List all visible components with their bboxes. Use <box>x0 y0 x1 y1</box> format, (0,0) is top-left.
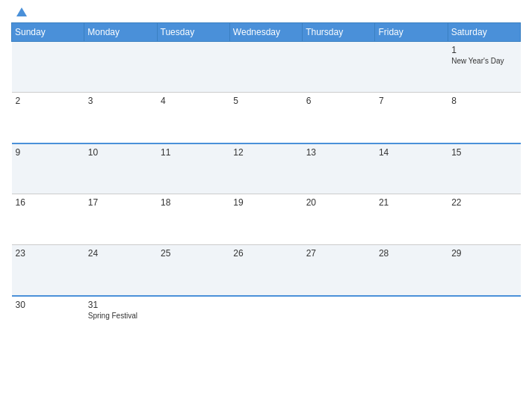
day-number: 19 <box>233 197 298 208</box>
calendar-cell <box>229 296 302 347</box>
calendar-cell: 7 <box>375 93 448 143</box>
calendar-cell: 27 <box>303 245 375 296</box>
day-number: 27 <box>306 248 371 259</box>
calendar-cell <box>303 296 375 347</box>
calendar-cell: 5 <box>229 93 302 143</box>
day-number: 28 <box>379 248 444 259</box>
day-number: 24 <box>88 248 153 259</box>
weekday-header-saturday: Saturday <box>448 23 520 42</box>
calendar-header <box>11 7 521 16</box>
calendar-cell: 31Spring Festival <box>84 296 157 347</box>
calendar-cell: 9 <box>12 143 84 194</box>
calendar-cell: 23 <box>12 245 84 296</box>
logo <box>15 7 27 16</box>
day-number: 1 <box>451 45 516 55</box>
calendar-cell <box>84 42 157 93</box>
day-number: 17 <box>88 197 153 208</box>
calendar-week-row: 3031Spring Festival <box>12 296 521 347</box>
calendar-cell: 11 <box>157 143 229 194</box>
calendar-cell <box>303 42 375 93</box>
day-number: 16 <box>16 197 81 208</box>
calendar-cell <box>157 42 229 93</box>
calendar-cell: 17 <box>84 194 157 245</box>
day-number: 9 <box>16 147 81 158</box>
calendar-cell: 25 <box>157 245 229 296</box>
calendar-cell <box>448 296 520 347</box>
calendar-cell: 4 <box>157 93 229 143</box>
calendar-cell <box>375 42 448 93</box>
day-number: 21 <box>379 197 444 208</box>
logo-triangle-icon <box>16 7 27 16</box>
weekday-header-sunday: Sunday <box>12 23 84 42</box>
calendar-cell: 15 <box>448 143 520 194</box>
calendar-week-row: 2345678 <box>12 93 521 143</box>
event-name: New Year's Day <box>451 57 516 65</box>
calendar-week-row: 23242526272829 <box>12 245 521 296</box>
calendar-cell: 24 <box>84 245 157 296</box>
calendar-cell: 29 <box>448 245 520 296</box>
day-number: 4 <box>161 96 226 106</box>
calendar-cell: 13 <box>303 143 375 194</box>
day-number: 18 <box>161 197 226 208</box>
weekday-header-friday: Friday <box>375 23 448 42</box>
day-number: 7 <box>379 96 444 106</box>
day-number: 10 <box>88 147 153 158</box>
calendar-cell <box>375 296 448 347</box>
day-number: 5 <box>233 96 298 106</box>
weekday-header-tuesday: Tuesday <box>157 23 229 42</box>
day-number: 6 <box>306 96 371 106</box>
calendar-cell: 21 <box>375 194 448 245</box>
day-number: 15 <box>451 147 516 158</box>
calendar-cell: 10 <box>84 143 157 194</box>
day-number: 3 <box>88 96 153 106</box>
calendar-cell: 22 <box>448 194 520 245</box>
calendar-cell: 20 <box>303 194 375 245</box>
day-number: 14 <box>379 147 444 158</box>
calendar-cell <box>157 296 229 347</box>
calendar-cell: 19 <box>229 194 302 245</box>
day-number: 20 <box>306 197 371 208</box>
calendar-cell: 12 <box>229 143 302 194</box>
event-name: Spring Festival <box>88 312 153 320</box>
day-number: 8 <box>451 96 516 106</box>
calendar-cell: 18 <box>157 194 229 245</box>
calendar-cell <box>12 42 84 93</box>
calendar-cell: 6 <box>303 93 375 143</box>
calendar-week-row: 16171819202122 <box>12 194 521 245</box>
weekday-header-row: SundayMondayTuesdayWednesdayThursdayFrid… <box>12 23 521 42</box>
weekday-header-thursday: Thursday <box>303 23 375 42</box>
day-number: 25 <box>161 248 226 259</box>
weekday-header-monday: Monday <box>84 23 157 42</box>
day-number: 13 <box>306 147 371 158</box>
calendar-week-row: 1New Year's Day <box>12 42 521 93</box>
day-number: 23 <box>16 248 81 259</box>
calendar-cell: 26 <box>229 245 302 296</box>
calendar-cell: 14 <box>375 143 448 194</box>
calendar-container: SundayMondayTuesdayWednesdayThursdayFrid… <box>0 0 532 411</box>
calendar-cell: 28 <box>375 245 448 296</box>
weekday-header-wednesday: Wednesday <box>229 23 302 42</box>
calendar-cell: 30 <box>12 296 84 347</box>
day-number: 26 <box>233 248 298 259</box>
day-number: 2 <box>16 96 81 106</box>
day-number: 30 <box>16 300 81 310</box>
day-number: 22 <box>451 197 516 208</box>
day-number: 12 <box>233 147 298 158</box>
calendar-cell: 2 <box>12 93 84 143</box>
calendar-cell: 1New Year's Day <box>448 42 520 93</box>
calendar-table: SundayMondayTuesdayWednesdayThursdayFrid… <box>11 22 521 347</box>
calendar-cell: 16 <box>12 194 84 245</box>
calendar-cell <box>229 42 302 93</box>
day-number: 31 <box>88 300 153 310</box>
calendar-week-row: 9101112131415 <box>12 143 521 194</box>
day-number: 11 <box>161 147 226 158</box>
day-number: 29 <box>451 248 516 259</box>
calendar-cell: 8 <box>448 93 520 143</box>
calendar-cell: 3 <box>84 93 157 143</box>
